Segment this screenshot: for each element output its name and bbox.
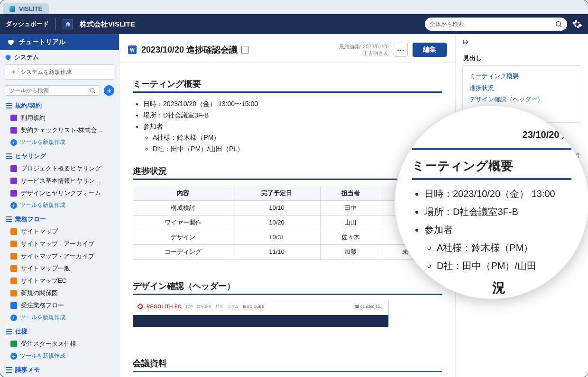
copy-icon[interactable] — [241, 46, 249, 54]
toc-link[interactable]: デザイン確認（ヘッダー） — [469, 94, 574, 106]
table-header-cell: 完了予定日 — [233, 186, 321, 200]
svg-rect-2 — [7, 59, 9, 60]
mag-crumb: 23/10/20 進 — [412, 128, 571, 141]
add-tool-link[interactable]: +ツールを新規作成 — [0, 199, 119, 213]
sidebar-search[interactable] — [5, 85, 100, 96]
section-design-title: デザイン確認（ヘッダー） — [133, 280, 442, 295]
sidebar-item-label: サイトマップ - アーカイブ — [21, 240, 94, 248]
tool-type-icon — [10, 115, 17, 121]
sidebar-item-label: サービス基本情報ヒヤリン… — [21, 177, 101, 185]
add-system-button[interactable]: ＋ システムを新規作成 — [5, 64, 114, 80]
table-header-cell: 内容 — [133, 186, 233, 200]
sidebar-item[interactable]: サイトマップ一般 — [0, 262, 119, 275]
search-icon — [555, 20, 562, 28]
sidebar-item-label: 受注スタータス仕様 — [21, 340, 76, 348]
org-name: 株式会社VISLITE — [80, 20, 135, 29]
sidebar-item-label: 新規の関係図 — [21, 289, 58, 297]
sidebar-item-label: サイトマップ — [21, 227, 58, 236]
table-cell: 佐々木 — [320, 230, 381, 244]
sidebar-item[interactable]: 新規の関係図 — [0, 287, 119, 299]
plus-icon: + — [10, 202, 17, 209]
sidebar-item[interactable]: 利用規約 — [0, 112, 119, 124]
table-cell: デザイン — [133, 230, 233, 244]
sidebar-item[interactable]: プロジェクト概要ヒヤリング — [0, 162, 119, 175]
add-tool-link[interactable]: +ツールを新規作成 — [0, 136, 119, 150]
svg-rect-1 — [6, 55, 11, 59]
table-row: デザイン10/31佐々木対応中 — [133, 230, 442, 244]
plus-icon: + — [10, 139, 17, 146]
edit-button[interactable]: 編集 — [413, 43, 447, 57]
table-cell: コーディング — [133, 244, 233, 259]
sidebar-item[interactable]: 受注スタータス仕様 — [0, 338, 119, 350]
sidebar-group-label[interactable]: 仕様 — [0, 325, 119, 338]
sidebar-item[interactable]: サービス基本情報ヒヤリン… — [0, 175, 119, 187]
plus-icon: + — [10, 353, 17, 359]
add-tool-circle-button[interactable]: ＋ — [104, 85, 114, 96]
settings-gear-icon[interactable] — [572, 19, 582, 29]
sidebar-group-label[interactable]: 業務フロー — [0, 213, 119, 225]
expand-right-icon — [461, 39, 470, 45]
tool-type-icon — [10, 253, 17, 260]
plus-icon: ＋ — [10, 68, 17, 76]
sidebar-tutorial[interactable]: チュートリアル — [0, 34, 119, 50]
global-search[interactable] — [425, 18, 567, 31]
sidebar-tutorial-label: チュートリアル — [19, 38, 65, 46]
magnifier-overlay: 23/10/20 進 ミーティング概要 日時：2023/10/20（金） 13:… — [395, 105, 588, 299]
sidebar-system-label: システム — [14, 53, 39, 62]
app-tab[interactable]: VISLITE — [3, 3, 49, 14]
section-progress-title: 進捗状況 — [133, 165, 442, 180]
table-cell: 田中 — [320, 200, 381, 215]
overview-item: 参加者A社様：鈴木様（PM）D社：田中（PM）/山田（PL） — [143, 121, 442, 155]
sidebar-item-label: デザインヒヤリングフォーム — [21, 189, 101, 197]
sidebar-search-input[interactable] — [9, 87, 90, 94]
plus-icon: + — [10, 314, 17, 321]
sidebar-item[interactable]: デザインヒヤリングフォーム — [0, 187, 119, 199]
sidebar-group-label[interactable]: ヒヤリング — [0, 150, 119, 162]
sidebar-item[interactable]: 受注業務フロー — [0, 299, 119, 312]
overview-list: 日時：2023/10/20（金） 13:00〜15:00場所：D社会議室3F-B… — [133, 99, 442, 155]
sidebar-item[interactable]: サイトマップ - アーカイブ — [0, 250, 119, 262]
mag-bullets: 日時：2023/10/20（金） 13:00 場所：D社会議室3F-B 参加者 … — [412, 185, 571, 275]
sidebar-item[interactable]: サイトマップ - アーカイブ — [0, 238, 119, 250]
sidebar-item-label: サイトマップ一般 — [21, 264, 70, 273]
sidebar-item-label: 利用規約 — [21, 114, 46, 122]
sidebar-item[interactable]: 契約チェックリスト-株式会… — [0, 124, 119, 136]
regolith-logo-icon — [137, 303, 144, 310]
table-cell: ワイヤー製作 — [133, 215, 233, 230]
tool-type-icon — [10, 127, 17, 134]
overview-item: 場所：D社会議室3F-B — [143, 110, 442, 121]
tool-type-icon — [10, 165, 17, 172]
hamburger-icon — [6, 367, 12, 373]
add-tool-link[interactable]: +ツールを新規作成 — [0, 350, 119, 364]
table-cell: 11/10 — [233, 244, 321, 259]
tool-type-icon — [10, 341, 17, 347]
sidebar-item-label: サイトマップ - アーカイブ — [21, 252, 94, 260]
app-tab-label: VISLITE — [19, 5, 42, 12]
svg-point-0 — [556, 22, 560, 26]
section-overview-title: ミーティング概要 — [133, 78, 442, 93]
table-cell: 10/31 — [233, 230, 321, 244]
overview-subitem: A社様：鈴木様（PM） — [153, 132, 442, 144]
tool-type-icon — [10, 190, 17, 197]
sidebar-system-head: システム — [0, 50, 119, 64]
tool-type-icon — [10, 290, 17, 296]
sidebar-group-label[interactable]: 議事メモ — [0, 364, 119, 376]
nav-dashboard[interactable]: ダッシュボード — [6, 20, 49, 28]
toc-link[interactable]: 進捗状況 — [469, 82, 574, 94]
sidebar-item[interactable]: サイトマップEC — [0, 275, 119, 287]
more-menu-button[interactable]: ⋯ — [394, 43, 408, 57]
sidebar-item[interactable]: サイトマップ — [0, 225, 119, 238]
tool-type-icon — [10, 265, 17, 272]
design-brand-label: REGOLITH EC — [147, 304, 182, 309]
table-cell: 構成検討 — [133, 200, 233, 215]
design-preview-image: REGOLITH EC TOP 製品紹介 料金 コラム ☎ EC-CUBE ☎ … — [133, 301, 389, 327]
search-icon — [90, 88, 96, 94]
sidebar-group-label[interactable]: 規約/契約 — [0, 99, 119, 112]
global-search-input[interactable] — [430, 21, 555, 27]
toc-link[interactable]: ミーティング概要 — [469, 71, 574, 82]
app-logo-icon — [9, 6, 15, 12]
toc-label: 見出し — [456, 52, 588, 65]
overview-item: 日時：2023/10/20（金） 13:00〜15:00 — [143, 99, 442, 110]
add-tool-link[interactable]: +ツールを新規作成 — [0, 312, 119, 325]
collapse-panel-button[interactable] — [456, 34, 588, 52]
